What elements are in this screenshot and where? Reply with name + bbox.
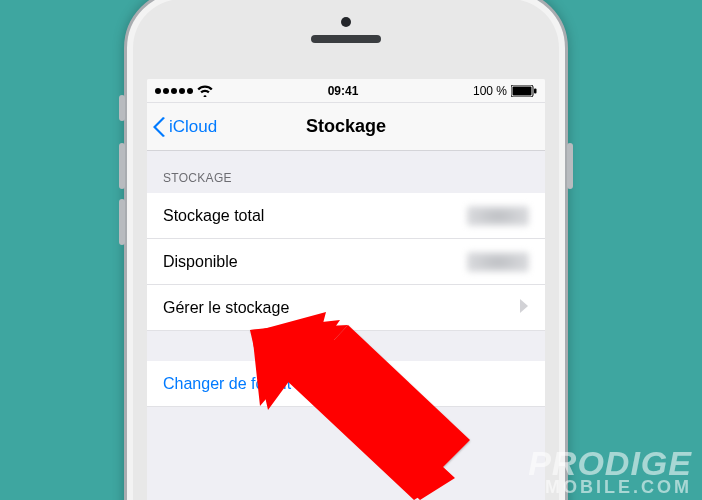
- row-total-storage[interactable]: Stockage total: [147, 193, 545, 239]
- row-change-storage-plan[interactable]: Changer de forfait de stockage: [147, 361, 545, 407]
- power-button: [567, 143, 573, 189]
- svg-rect-1: [512, 86, 531, 95]
- row-manage-storage[interactable]: Gérer le stockage: [147, 285, 545, 331]
- status-right: 100 %: [473, 84, 537, 98]
- iphone-frame: 09:41 100 % iCloud Stockage STOCKAGE S: [124, 0, 568, 500]
- row-value-blurred: [467, 252, 529, 272]
- status-time: 09:41: [328, 84, 359, 98]
- back-chevron-icon: [153, 117, 167, 137]
- battery-percent: 100 %: [473, 84, 507, 98]
- svg-rect-2: [534, 88, 537, 93]
- row-label: Disponible: [163, 253, 238, 271]
- nav-header: iCloud Stockage: [147, 103, 545, 151]
- signal-dots-icon: [155, 88, 193, 94]
- wifi-icon: [197, 85, 213, 97]
- row-value-blurred: [467, 206, 529, 226]
- screen: 09:41 100 % iCloud Stockage STOCKAGE S: [147, 79, 545, 500]
- section-header-storage: STOCKAGE: [147, 151, 545, 193]
- row-label: Stockage total: [163, 207, 264, 225]
- status-bar: 09:41 100 %: [147, 79, 545, 103]
- watermark-line-1: PRODIGE: [528, 447, 692, 479]
- watermark-line-2: MOBILE.COM: [528, 479, 692, 496]
- volume-down-button: [119, 199, 125, 245]
- settings-content: STOCKAGE Stockage total Disponible Gérer…: [147, 151, 545, 407]
- section-gap: [147, 331, 545, 361]
- back-button[interactable]: iCloud: [153, 103, 217, 150]
- row-label: Changer de forfait de stockage: [163, 375, 382, 393]
- back-label: iCloud: [169, 117, 217, 137]
- battery-icon: [511, 85, 537, 97]
- front-camera: [341, 17, 351, 27]
- silence-switch: [119, 95, 125, 121]
- row-available-storage[interactable]: Disponible: [147, 239, 545, 285]
- earpiece-speaker: [311, 35, 381, 43]
- row-label: Gérer le stockage: [163, 299, 289, 317]
- watermark: PRODIGE MOBILE.COM: [528, 447, 692, 496]
- page-title: Stockage: [306, 116, 386, 137]
- volume-up-button: [119, 143, 125, 189]
- chevron-right-icon: [519, 299, 529, 317]
- status-left: [155, 85, 213, 97]
